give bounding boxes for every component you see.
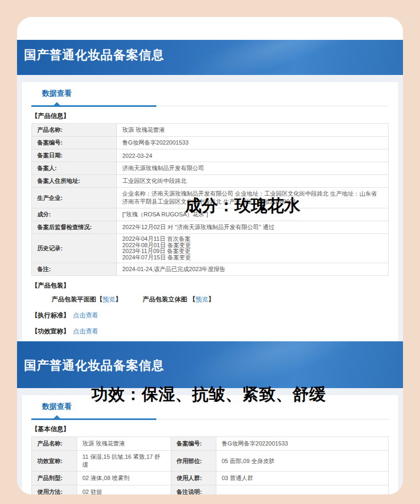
row-value: 工业园区文化街中段路北 [117, 175, 389, 188]
bracket: 】 [115, 296, 122, 303]
history-line: 2024年07月15日 备案变更 [122, 255, 383, 261]
standard-label: 【执行标准】 [31, 312, 70, 319]
packaging-3d-item: 产品包装立体图 【预览】 [142, 296, 214, 303]
standard-link-row: 【执行标准】点击查看 [31, 311, 389, 320]
row-label: 备案人: [32, 162, 117, 175]
row-label: 产品名称: [32, 124, 117, 137]
table-row: 产品名称: 玫源 玫瑰花蕾液 备案编号: 鲁G妆网备字2022001533 [32, 437, 389, 451]
packaging-3d-preview-link[interactable]: 预览 [196, 296, 208, 303]
card-top-strip [17, 17, 403, 40]
row-value: 03 普通人群 [216, 472, 389, 485]
row-label: 备案日期: [32, 149, 117, 162]
table-row: 产品名称: 玫源 玫瑰花蕾液 [32, 124, 389, 137]
row-label: 历史记录: [32, 234, 117, 263]
row-value: 玫源 玫瑰花蕾液 [77, 437, 171, 451]
table-row: 备注: 2024-01-24,该产品已完成2023年度报告 [32, 263, 389, 276]
row-label: 备案编号: [32, 137, 117, 149]
history-line: 2023年11月09日 备案变更 [122, 248, 383, 255]
row-value: 02 液体,08 喷雾剂 [77, 472, 171, 485]
tab-data-view[interactable]: 数据查看 [42, 89, 72, 98]
row-value: 05 面部,09 全身皮肤 [216, 451, 389, 472]
row-value [216, 485, 389, 495]
history-line: 2022年04月11日 首次备案 [122, 236, 383, 242]
row-label: 产品剂型: [32, 472, 77, 485]
bracket: 【 [96, 296, 103, 303]
bracket: 】 [208, 296, 215, 303]
row-value: 玫源 玫瑰花蕾液 [117, 124, 389, 137]
packaging-flat-preview-link[interactable]: 预览 [103, 296, 115, 303]
table-row: 备案日期: 2022-03-24 [32, 149, 389, 162]
section2-banner: 国产普通化妆品备案信息 [17, 341, 403, 388]
row-label: 成分: [32, 208, 117, 221]
section1-banner: 国产普通化妆品备案信息 [17, 40, 403, 75]
basic-info-table: 产品名称: 玫源 玫瑰花蕾液 备案编号: 鲁G妆网备字2022001533 功效… [31, 436, 389, 494]
table-row: 功效宣称: 11 保湿,15 抗皱,16 紧致,17 舒缓 作用部位: 05 面… [32, 451, 389, 472]
table-row: 备案编号: 鲁G妆网备字2022001533 [32, 137, 389, 149]
active-tab-arrow-icon-2 [54, 415, 60, 418]
row-label: 备案后监督检查情况: [32, 221, 117, 234]
efficacy-claim-label: 【功效宣称】 [31, 327, 70, 335]
row-value: 02 驻留 [77, 485, 171, 495]
section1-banner-title: 国产普通化妆品备案信息 [17, 40, 403, 63]
row-label: 作用部位: [171, 451, 216, 472]
packaging-previews: 产品包装平面图【预览】 产品包装立体图 【预览】 [52, 295, 389, 304]
row-value: 济南天源玫瑰制品开发有限公司 [117, 162, 389, 175]
efficacy-claim-link-row: 【功效宣称】点击查看 [31, 327, 389, 336]
row-value: 2024-01-24,该产品已完成2023年度报告 [117, 263, 389, 276]
table-row: 产品剂型: 02 液体,08 喷雾剂 使用人群: 03 普通人群 [32, 472, 389, 485]
table-row: 备案后监督检查情况: 2022年12月02日 对 "济南天源玫瑰制品开发有限公司… [32, 221, 389, 234]
table-row: 历史记录: 2022年04月11日 首次备案 2022年08月01日 备案变更 … [32, 234, 389, 263]
active-tab-underline-2 [31, 418, 156, 420]
packaging-flat-item: 产品包装平面图【预览】 [52, 296, 122, 303]
row-label: 产品名称: [32, 437, 77, 451]
efficacy-annotation: 功效：保湿、抗皱、紧致、舒缓 [91, 383, 326, 406]
section2-banner-title: 国产普通化妆品备案信息 [17, 341, 403, 374]
content-card: 国产普通化妆品备案信息 数据查看 【产品信息】 产品名称: 玫源 玫瑰花蕾液 备… [17, 17, 403, 494]
active-tab-arrow-icon [54, 102, 60, 105]
row-label: 备案编号: [171, 437, 216, 451]
row-label: 备注: [32, 263, 117, 276]
table-row: 备案人住所地址: 工业园区文化街中段路北 [32, 175, 389, 188]
row-label: 功效宣称: [32, 451, 77, 472]
section1-tabbar: 数据查看 [31, 82, 389, 106]
efficacy-claim-view-link[interactable]: 点击查看 [73, 327, 98, 335]
row-value: 11 保湿,15 抗皱,16 紧致,17 舒缓 [77, 451, 171, 472]
row-label: 使用人群: [171, 472, 216, 485]
table-row: 备案人: 济南天源玫瑰制品开发有限公司 [32, 162, 389, 175]
row-value: 鲁G妆网备字2022001533 [216, 437, 389, 451]
row-value: 2022年12月02日 对 "济南天源玫瑰制品开发有限公司" 通过 [117, 221, 389, 234]
row-label: 生产企业: [32, 188, 117, 208]
history-record-value: 2022年04月11日 首次备案 2022年08月01日 备案变更 2023年1… [117, 234, 389, 263]
table-row: 使用方法: 02 驻留 备注说明: [32, 485, 389, 495]
row-label: 备注说明: [171, 485, 216, 495]
tab-data-view-2[interactable]: 数据查看 [42, 402, 72, 411]
section2-panel: 数据查看 【基本信息】 产品名称: 玫源 玫瑰花蕾液 备案编号: 鲁G妆网备字2… [21, 394, 399, 494]
bracket: 【 [189, 296, 196, 303]
packaging-flat-label: 产品包装平面图 [52, 296, 96, 303]
row-value: 鲁G妆网备字2022001533 [117, 137, 389, 149]
basic-info-group-label: 【基本信息】 [31, 425, 389, 434]
product-info-group-label: 【产品信息】 [31, 112, 389, 121]
row-value: 2022-03-24 [117, 149, 389, 162]
active-tab-underline [31, 105, 156, 107]
packaging-3d-label: 产品包装立体图 [142, 296, 187, 303]
row-label: 备案人住所地址: [32, 175, 117, 188]
ingredient-annotation: 成分：玫瑰花水 [185, 195, 300, 217]
standard-view-link[interactable]: 点击查看 [73, 312, 98, 319]
packaging-group-label: 【产品包装】 [31, 281, 389, 290]
row-label: 使用方法: [32, 485, 77, 495]
page-background: 国产普通化妆品备案信息 数据查看 【产品信息】 产品名称: 玫源 玫瑰花蕾液 备… [0, 0, 420, 504]
